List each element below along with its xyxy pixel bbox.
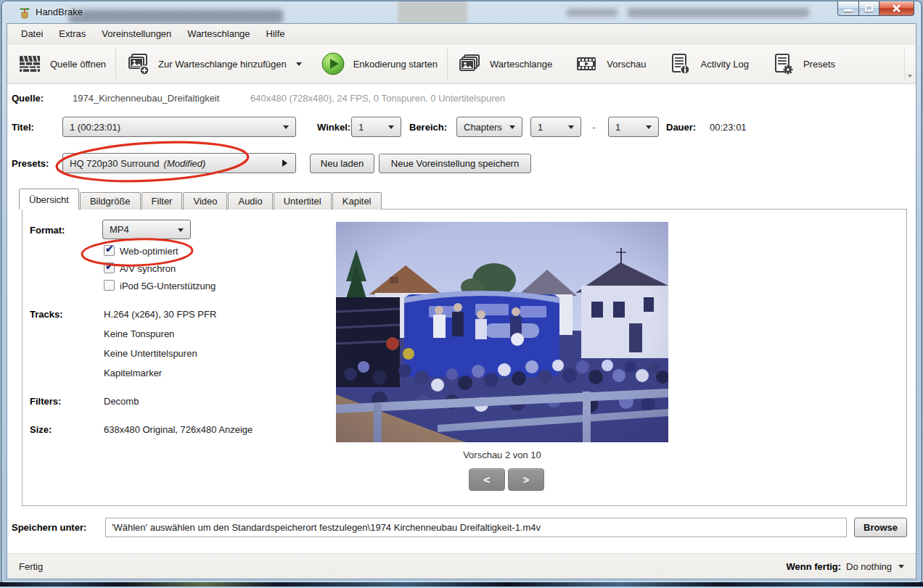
tracks-line: H.264 (x264), 30 FPS PFR [104, 309, 216, 320]
when-done-control[interactable]: Wenn fertig: Do nothing [787, 561, 904, 572]
range-type-value: Chapters [464, 122, 502, 133]
tab-bildgroesse[interactable]: Bildgröße [80, 192, 141, 210]
size-label: Size: [30, 424, 52, 435]
range-start-dropdown[interactable]: 1 [530, 117, 581, 137]
tracks-line: Keine Tonspuren [104, 328, 174, 339]
maximize-icon [865, 5, 873, 12]
format-dropdown[interactable]: MP4 [102, 220, 191, 239]
queue-icon [457, 51, 482, 76]
presets-icon [771, 51, 795, 76]
tab-audio[interactable]: Audio [228, 192, 272, 210]
toolbar-label: Quelle öffnen [50, 59, 106, 70]
menu-extras[interactable]: Extras [51, 25, 94, 43]
add-to-queue-icon [126, 51, 150, 76]
save-new-preset-button[interactable]: Neue Voreinstellung speichern [379, 154, 531, 173]
toolbar-separator [115, 49, 116, 79]
format-value: MP4 [110, 224, 129, 235]
ipod-support-label[interactable]: iPod 5G-Unterstützung [120, 281, 216, 291]
web-optimized-label[interactable]: Web-optimiert [120, 246, 179, 257]
range-separator: - [592, 122, 595, 133]
tracks-line: Keine Untertitelspuren [104, 348, 197, 359]
destination-input[interactable] [105, 518, 847, 537]
open-source-button[interactable]: Quelle öffnen [10, 47, 113, 80]
when-done-label: Wenn fertig: [787, 561, 842, 572]
angle-dropdown[interactable]: 1 [351, 117, 401, 137]
toolbar-label: Enkodierung starten [353, 59, 438, 70]
tab-uebersicht[interactable]: Übersicht [19, 189, 79, 210]
menu-datei[interactable]: Datei [13, 25, 51, 43]
range-label: Bereich: [409, 122, 447, 133]
range-end-value: 1 [615, 122, 620, 133]
preset-modified-flag: (Modified) [164, 158, 206, 169]
tab-filter[interactable]: Filter [141, 192, 183, 210]
range-end-dropdown[interactable]: 1 [608, 117, 659, 137]
title-label: Titel: [12, 122, 34, 133]
browse-button[interactable]: Browse [854, 518, 907, 537]
size-value: 638x480 Original, 726x480 Anzeige [104, 424, 253, 435]
close-button[interactable] [879, 1, 914, 16]
angle-label: Winkel: [317, 122, 350, 133]
web-optimized-checkbox[interactable] [104, 245, 115, 256]
toolbar-label: Activity Log [700, 59, 748, 70]
reload-preset-button[interactable]: Neu laden [310, 154, 374, 173]
title-dropdown[interactable]: 1 (00:23:01) [62, 117, 296, 137]
add-to-queue-button[interactable]: Zur Warteschlange hinzufügen [118, 47, 309, 80]
source-label: Quelle: [12, 93, 44, 104]
duration-label: Dauer: [666, 122, 696, 133]
main-content: Quelle: 1974_Kirchenneubau_Dreifaltigkei… [7, 84, 916, 553]
client-area: Datei Extras Voreinstellungen Warteschla… [7, 24, 916, 579]
range-type-dropdown[interactable]: Chapters [456, 117, 522, 137]
source-details: 640x480 (728x480), 24 FPS, 0 Tonspuren, … [250, 93, 505, 104]
range-start-value: 1 [538, 122, 543, 133]
tab-kapitel[interactable]: Kapitel [332, 192, 382, 210]
tab-strip: Übersicht Bildgröße Filter Video Audio U… [19, 189, 382, 210]
preview-prev-button[interactable]: < [469, 468, 505, 491]
preview-next-button[interactable]: > [508, 468, 544, 491]
tracks-line: Kapitelmarker [104, 368, 162, 378]
start-encode-icon [321, 51, 345, 76]
clapperboard-icon [17, 51, 42, 76]
toolbar-label: Presets [803, 59, 835, 70]
close-icon [892, 4, 901, 13]
av-sync-label[interactable]: A/V synchron [120, 263, 176, 274]
start-encode-button[interactable]: Enkodierung starten [313, 47, 445, 80]
background-blur [567, 9, 618, 17]
tracks-label: Tracks: [30, 309, 63, 320]
ipod-support-checkbox[interactable] [104, 280, 115, 291]
format-label: Format: [30, 225, 65, 236]
queue-button[interactable]: Warteschlange [450, 47, 559, 80]
toolbar-label: Zur Warteschlange hinzufügen [158, 59, 287, 70]
preset-dropdown[interactable]: HQ 720p30 Surround (Modified) [62, 153, 296, 173]
menu-warteschlange[interactable]: Warteschlange [179, 25, 258, 43]
av-sync-checkbox[interactable] [104, 262, 115, 273]
when-done-value: Do nothing [846, 561, 892, 572]
screen: { "window": { "title": "HandBrake" }, "m… [0, 0, 923, 588]
menu-voreinstellungen[interactable]: Voreinstellungen [94, 25, 179, 43]
background-blur [69, 9, 283, 23]
background-blur [628, 8, 809, 17]
background-blur [398, 1, 467, 23]
source-name: 1974_Kirchenneubau_Dreifaltigkeit [73, 93, 219, 104]
tab-video[interactable]: Video [183, 192, 227, 210]
preview-button[interactable]: Vorschau [567, 47, 653, 80]
filters-label: Filters: [30, 396, 61, 407]
filters-value: Decomb [104, 396, 139, 407]
desktop-taskbar-strip [0, 582, 923, 588]
toolbar-overflow-button[interactable] [904, 47, 914, 80]
menu-hilfe[interactable]: Hilfe [258, 25, 293, 43]
activity-log-icon [668, 51, 692, 76]
save-as-label: Speichern unter: [12, 522, 86, 533]
minimize-button[interactable] [837, 1, 859, 16]
maximize-button[interactable] [859, 1, 879, 16]
activity-log-button[interactable]: Activity Log [660, 47, 755, 80]
chevron-down-icon [908, 75, 912, 78]
tab-untertitel[interactable]: Untertitel [274, 192, 332, 210]
toolbar-label: Vorschau [607, 59, 646, 70]
presets-button[interactable]: Presets [763, 47, 842, 80]
status-bar: Fertig Wenn fertig: Do nothing [7, 553, 916, 579]
preset-value: HQ 720p30 Surround [70, 158, 160, 169]
angle-dropdown-value: 1 [358, 122, 364, 133]
chevron-down-icon [898, 565, 904, 568]
toolbar-label: Warteschlange [490, 59, 552, 70]
preview-icon [574, 51, 599, 76]
